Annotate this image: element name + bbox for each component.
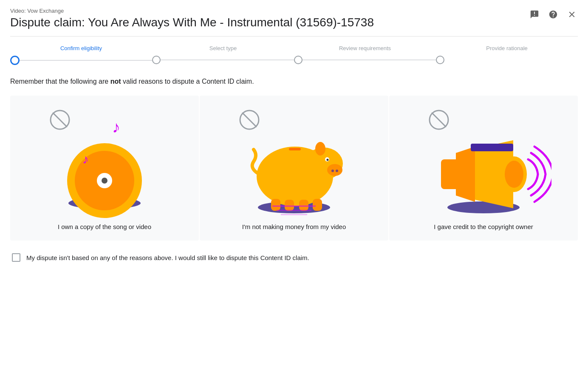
svg-point-18 [327, 159, 329, 161]
svg-rect-23 [313, 199, 322, 211]
cards-row: ♪ ♪ I own a copy of the song or video [10, 96, 578, 241]
svg-line-29 [432, 113, 446, 127]
header-icons [527, 7, 580, 22]
svg-rect-36 [471, 144, 513, 151]
feedback-icon [530, 10, 539, 19]
card-own-copy-illustration: ♪ ♪ [10, 96, 199, 223]
card-own-copy-svg: ♪ ♪ [37, 98, 172, 221]
svg-point-14 [327, 164, 342, 176]
card-gave-credit-svg [416, 98, 551, 221]
step-select-type: Select type [152, 45, 294, 64]
feedback-button[interactable] [527, 7, 542, 22]
checkbox-row: My dispute isn't based on any of the rea… [10, 253, 578, 262]
help-button[interactable] [546, 7, 561, 22]
svg-line-10 [243, 113, 256, 127]
step-label-select-type: Select type [209, 45, 237, 51]
step-provide-rationale: Provide rationale [436, 45, 578, 64]
step-dot-confirm-eligibility [10, 56, 20, 65]
close-button[interactable] [564, 7, 580, 22]
svg-point-19 [315, 142, 325, 156]
notice-after: valid reasons to dispute a Content ID cl… [123, 78, 254, 85]
svg-text:♪: ♪ [112, 118, 120, 136]
card-own-copy: ♪ ♪ I own a copy of the song or video [10, 96, 199, 241]
step-review-requirements: Review requirements [294, 45, 436, 64]
stepper: Confirm eligibility Select type Review r… [0, 37, 588, 65]
notice-before: Remember that the following are [10, 78, 110, 85]
svg-rect-24 [289, 148, 301, 150]
svg-point-35 [505, 161, 523, 188]
step-label-confirm-eligibility: Confirm eligibility [60, 45, 102, 51]
card-gave-credit: I gave credit to the copyright owner [389, 96, 578, 241]
notice-bold: not [110, 78, 121, 85]
dialog-content: Remember that the following are not vali… [0, 65, 588, 270]
step-connector-3 [302, 59, 436, 60]
svg-point-15 [331, 170, 334, 172]
video-label: Video: Vow Exchange [10, 8, 578, 14]
step-confirm-eligibility: Confirm eligibility [10, 45, 152, 65]
svg-text:♪: ♪ [82, 152, 89, 166]
step-dot-review-requirements [294, 56, 302, 64]
eligibility-notice: Remember that the following are not vali… [10, 78, 578, 85]
svg-point-6 [102, 178, 107, 184]
card-not-making-money-text: I'm not making money from my video [235, 223, 353, 230]
step-dot-select-type [152, 56, 161, 64]
svg-rect-33 [441, 159, 460, 189]
dialog-header: Video: Vow Exchange Dispute claim: You A… [0, 0, 588, 37]
card-not-making-money: I'm not making money from my video [200, 96, 388, 241]
svg-rect-22 [299, 200, 308, 211]
step-label-review-requirements: Review requirements [339, 45, 391, 51]
svg-point-16 [336, 170, 338, 172]
step-connector-2 [161, 59, 294, 60]
help-icon [548, 10, 558, 19]
card-gave-credit-illustration [389, 96, 578, 223]
step-label-provide-rationale: Provide rationale [486, 45, 528, 51]
card-own-copy-text: I own a copy of the song or video [51, 223, 158, 230]
card-not-making-money-svg [226, 98, 362, 221]
dialog: Video: Vow Exchange Dispute claim: You A… [0, 0, 588, 368]
svg-rect-21 [285, 200, 294, 211]
card-not-making-money-illustration [200, 96, 388, 223]
dialog-title: Dispute claim: You Are Always With Me - … [10, 16, 578, 29]
dispute-checkbox[interactable] [12, 253, 20, 262]
card-gave-credit-text: I gave credit to the copyright owner [427, 223, 540, 230]
svg-rect-20 [271, 199, 280, 211]
step-dot-provide-rationale [436, 56, 444, 64]
svg-line-1 [53, 113, 67, 127]
dispute-checkbox-label[interactable]: My dispute isn't based on any of the rea… [26, 254, 309, 261]
close-icon [567, 10, 577, 19]
step-connector-1 [20, 60, 152, 61]
